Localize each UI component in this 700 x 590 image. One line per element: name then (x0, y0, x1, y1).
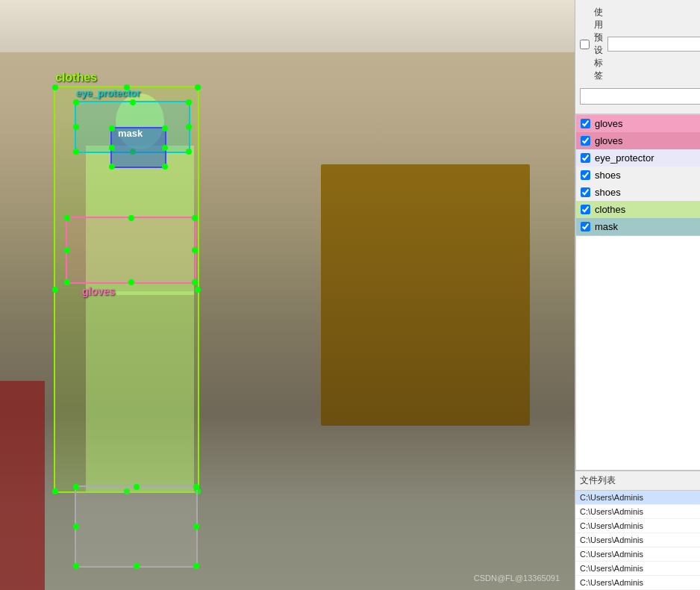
label-text-eye: eye_protector (595, 152, 654, 164)
corner-dot (73, 124, 79, 130)
label-item-gloves2[interactable]: gloves (576, 132, 700, 149)
corner-dot (134, 563, 140, 569)
corner-dot (186, 124, 192, 130)
corner-dot (109, 164, 115, 170)
file-list-section: 文件列表 C:\Users\Adminis C:\Users\Adminis C… (575, 471, 700, 590)
label-list: gloves gloves eye_protector shoes shoes … (575, 114, 700, 236)
controls-area: 使用预设标签 (575, 0, 700, 114)
ceiling (0, 0, 575, 52)
corner-dot (193, 563, 199, 569)
label-checkbox-shoes2[interactable] (581, 187, 590, 197)
label-checkbox-eye[interactable] (581, 153, 590, 163)
corner-dot (52, 488, 58, 494)
file-item-4[interactable]: C:\Users\Adminis (575, 547, 700, 562)
file-list-header: 文件列表 (575, 471, 700, 491)
corner-dot (128, 279, 134, 285)
image-panel[interactable]: clothes eye_protector mask gloves (0, 0, 575, 590)
mask-label: mask (118, 128, 143, 139)
corner-dot (128, 215, 134, 221)
label-checkbox-shoes1[interactable] (581, 170, 590, 180)
label-checkbox-clothes[interactable] (581, 205, 590, 214)
corner-dot (193, 484, 199, 490)
label-checkbox-mask[interactable] (581, 222, 590, 232)
corner-dot (162, 125, 168, 131)
corner-dot (73, 149, 79, 155)
corner-dot (52, 287, 58, 293)
corner-dot (64, 247, 70, 253)
corner-dot (162, 145, 168, 151)
corner-dot (192, 247, 198, 253)
corner-dot (73, 484, 79, 490)
label-text-gloves1: gloves (595, 118, 623, 129)
right-panel: 使用预设标签 gloves gloves eye_protector shoes (575, 0, 700, 590)
corner-dot (186, 99, 192, 105)
corner-dot (130, 99, 136, 105)
corner-dot (109, 145, 115, 151)
file-item-1[interactable]: C:\Users\Adminis (575, 505, 700, 519)
search-bar[interactable] (580, 88, 700, 105)
corner-dot (109, 125, 115, 131)
label-text-mask: mask (595, 221, 618, 232)
file-item-2[interactable]: C:\Users\Adminis (575, 519, 700, 533)
eye-protector-label: eye_protector (76, 87, 140, 99)
clothes-label: clothes (55, 71, 97, 84)
corner-dot (162, 164, 168, 170)
corner-dot (195, 84, 201, 90)
watermark: CSDN@FL@13365091 (474, 574, 560, 583)
file-item-5[interactable]: C:\Users\Adminis (575, 562, 700, 576)
file-item-0[interactable]: C:\Users\Adminis (575, 491, 700, 505)
corner-dot (186, 149, 192, 155)
corner-dot (134, 484, 140, 490)
corner-dot (73, 99, 79, 105)
label-item-shoes1[interactable]: shoes (576, 167, 700, 184)
label-checkbox-gloves2[interactable] (581, 136, 590, 146)
label-item-shoes2[interactable]: shoes (576, 184, 700, 201)
bbox-gloves: gloves (66, 217, 196, 284)
label-item-mask[interactable]: mask (576, 218, 700, 235)
preset-label-text: 使用预设标签 (594, 6, 603, 82)
file-item-6[interactable]: C:\Users\Adminis (575, 576, 700, 590)
corner-dot (52, 84, 58, 90)
corner-dot (193, 524, 199, 530)
corner-dot (192, 215, 198, 221)
desk-area (321, 164, 530, 426)
bbox-mask: mask (110, 127, 166, 168)
preset-checkbox[interactable] (580, 40, 590, 49)
label-list-spacer (575, 236, 700, 471)
label-text-gloves2: gloves (595, 135, 623, 146)
corner-dot (195, 287, 201, 293)
red-floor (0, 381, 45, 590)
gloves-label: gloves (82, 285, 115, 297)
label-item-clothes[interactable]: clothes (576, 201, 700, 218)
file-item-3[interactable]: C:\Users\Adminis (575, 533, 700, 547)
label-item-eye-protector[interactable]: eye_protector (576, 149, 700, 167)
corner-dot (64, 279, 70, 285)
bbox-shoes (75, 485, 198, 568)
label-text-clothes: clothes (595, 204, 625, 215)
label-text-shoes1: shoes (595, 170, 621, 181)
preset-input[interactable] (607, 37, 700, 52)
corner-dot (73, 524, 79, 530)
label-text-shoes2: shoes (595, 187, 621, 198)
corner-dot (192, 279, 198, 285)
corner-dot (64, 215, 70, 221)
label-checkbox-gloves1[interactable] (581, 119, 590, 128)
label-item-gloves1[interactable]: gloves (576, 115, 700, 132)
corner-dot (73, 563, 79, 569)
preset-label-row: 使用预设标签 (580, 6, 700, 82)
